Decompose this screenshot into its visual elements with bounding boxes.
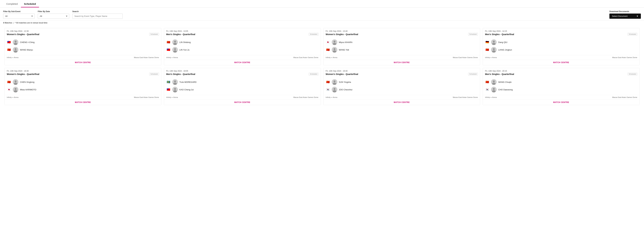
match-centre-button[interactable]: MATCH CENTRE [164, 100, 321, 105]
svg-point-13 [334, 41, 336, 43]
players-area: 🇸🇪 Truls MOREGARD 🇹🇼 [164, 77, 321, 95]
card-header: Fri, 13th Sep 2024 - 13:05 Men's Singles… [164, 28, 321, 37]
player-name: WANG Chuqin [498, 81, 512, 83]
svg-point-46 [493, 88, 495, 90]
card-event-row: Women's Singles - Quarterfinal Scheduled [326, 73, 478, 75]
match-centre-button[interactable]: MATCH CENTRE [483, 100, 640, 105]
player-name: Dang QIU [498, 41, 507, 44]
player-name: JOO Cheonhui [339, 89, 352, 91]
venue-name: Infinity ∞ Arena [166, 96, 178, 98]
avatar [491, 87, 497, 92]
download-group: Download Documents Select Document ▼ [610, 11, 641, 19]
svg-point-37 [334, 80, 336, 82]
player-name: Miyuu KIHARA [339, 41, 352, 44]
players-area: 🇯🇵 Miyuu KIHARA 🇨🇳 [324, 37, 480, 55]
match-datetime: Fri, 13th Sep 2024 - 13:05 [166, 30, 318, 32]
match-centre-button[interactable]: MATCH CENTRE [4, 100, 161, 105]
card-header: Fri, 13th Sep 2024 - 13:40 Women's Singl… [324, 28, 480, 37]
venue-name: Infinity ∞ Arena [326, 96, 338, 98]
match-event-name: Women's Singles - Quarterfinal [7, 33, 39, 36]
match-datetime: Fri, 13th Sep 2024 - 14:15 [485, 30, 637, 32]
avatar [13, 79, 18, 85]
player-flag: 🇹🇼 [166, 48, 171, 51]
player-row: 🇨🇳 WANG Chuqin [485, 78, 637, 86]
player-name: LIN Yun-Ju [180, 49, 190, 51]
players-area: 🇨🇳 LIN Shidong 🇹🇼 [164, 37, 321, 55]
player-flag: 🇹🇼 [166, 88, 171, 91]
search-input[interactable] [72, 14, 123, 19]
player-row: 🇸🇪 Truls MOREGARD [166, 78, 318, 86]
players-area: 🇨🇳 WANG Chuqin 🇰🇷 [483, 77, 640, 95]
player-flag: 🇨🇳 [326, 80, 330, 84]
player-row: 🇨🇳 LIANG Jingkun [485, 46, 637, 54]
date-select[interactable]: All [38, 14, 69, 19]
svg-point-16 [334, 48, 336, 50]
tab-completed[interactable]: Completed [3, 0, 21, 8]
avatar [172, 47, 178, 53]
match-datetime: Fri, 13th Sep 2024 - 19:40 [326, 70, 478, 72]
card-footer: Infinity ∞ Arena Macao East Asian Games … [4, 55, 161, 60]
card-header: Fri, 13th Sep 2024 - 19:05 Men's Singles… [164, 68, 321, 77]
match-event-name: Men's Singles - Quarterfinal [485, 73, 514, 75]
search-filter: Search [72, 11, 123, 19]
sub-event-label: Filter By Sub Event [3, 11, 34, 13]
svg-point-43 [493, 80, 495, 82]
sub-event-select[interactable]: All [3, 14, 34, 19]
card-footer: Infinity ∞ Arena Macao East Asian Games … [483, 55, 640, 60]
match-datetime: Fri, 13th Sep 2024 - 20:15 [485, 70, 637, 72]
match-centre-button[interactable]: MATCH CENTRE [4, 60, 161, 65]
venue-location: Macao East Asian Games Dome [294, 57, 318, 58]
chevron-down-icon: ▼ [636, 15, 638, 17]
card-footer: Infinity ∞ Arena Macao East Asian Games … [324, 95, 480, 100]
match-centre-button[interactable]: MATCH CENTRE [483, 60, 640, 65]
sub-event-filter: Filter By Sub Event All [3, 11, 34, 19]
card-footer: Infinity ∞ Arena Macao East Asian Games … [164, 55, 321, 60]
match-centre-button[interactable]: MATCH CENTRE [324, 100, 480, 105]
player-name: WANG Yidi [339, 49, 349, 51]
svg-point-1 [15, 41, 16, 43]
svg-point-28 [15, 88, 16, 90]
svg-point-10 [174, 48, 176, 50]
avatar [172, 79, 178, 85]
player-row: 🇯🇵 Miwa HARIMOTO [7, 86, 159, 93]
match-event-name: Women's Singles - Quarterfinal [326, 33, 358, 36]
avatar [172, 87, 178, 92]
avatar [332, 39, 337, 45]
player-name: CHEN Xingtong [20, 81, 34, 83]
player-flag: 🇹🇼 [7, 41, 11, 44]
match-card: Fri, 13th Sep 2024 - 12:30 Women's Singl… [4, 28, 161, 65]
player-row: 🇨🇳 WANG Manyu [7, 46, 159, 54]
svg-point-7 [174, 41, 176, 43]
match-event-name: Men's Singles - Quarterfinal [166, 73, 195, 75]
avatar [172, 39, 178, 45]
matches-info: 8 Matches | * All matches are in venue l… [0, 21, 644, 25]
card-event-row: Men's Singles - Quarterfinal Scheduled [166, 73, 318, 75]
match-centre-button[interactable]: MATCH CENTRE [324, 60, 480, 65]
player-flag: 🇨🇳 [7, 48, 11, 51]
avatar [332, 47, 337, 53]
card-footer: Infinity ∞ Arena Macao East Asian Games … [483, 95, 640, 100]
match-card: Fri, 13th Sep 2024 - 20:15 Men's Singles… [483, 68, 640, 105]
tabs-container: Completed Scheduled [0, 0, 644, 8]
players-area: 🇩🇪 Dang QIU 🇨🇳 [483, 37, 640, 55]
venue-name: Infinity ∞ Arena [485, 57, 497, 58]
player-row: 🇹🇼 CHENG I-Ching [7, 38, 159, 46]
status-badge: Scheduled [309, 73, 318, 75]
card-event-row: Men's Singles - Quarterfinal Scheduled [485, 73, 637, 75]
match-card: Fri, 13th Sep 2024 - 13:05 Men's Singles… [164, 28, 321, 65]
match-datetime: Fri, 13th Sep 2024 - 13:40 [326, 30, 478, 32]
download-select-button[interactable]: Select Document ▼ [610, 14, 641, 19]
player-flag: 🇨🇳 [485, 48, 490, 51]
match-centre-button[interactable]: MATCH CENTRE [164, 60, 321, 65]
match-event-name: Women's Singles - Quarterfinal [7, 73, 39, 75]
card-header: Fri, 13th Sep 2024 - 19:40 Women's Singl… [324, 68, 480, 77]
player-row: 🇰🇷 CHO Daeseong [485, 86, 637, 93]
card-event-row: Men's Singles - Quarterfinal Scheduled [485, 33, 637, 36]
player-row: 🇹🇼 LIN Yun-Ju [166, 46, 318, 54]
card-footer: Infinity ∞ Arena Macao East Asian Games … [164, 95, 321, 100]
player-name: KAO Cheng-Jui [180, 89, 194, 91]
player-row: 🇩🇪 Dang QIU [485, 38, 637, 46]
tab-scheduled[interactable]: Scheduled [21, 0, 39, 8]
card-header: Fri, 13th Sep 2024 - 18:30 Women's Singl… [4, 68, 161, 77]
player-flag: 🇨🇳 [485, 80, 490, 84]
